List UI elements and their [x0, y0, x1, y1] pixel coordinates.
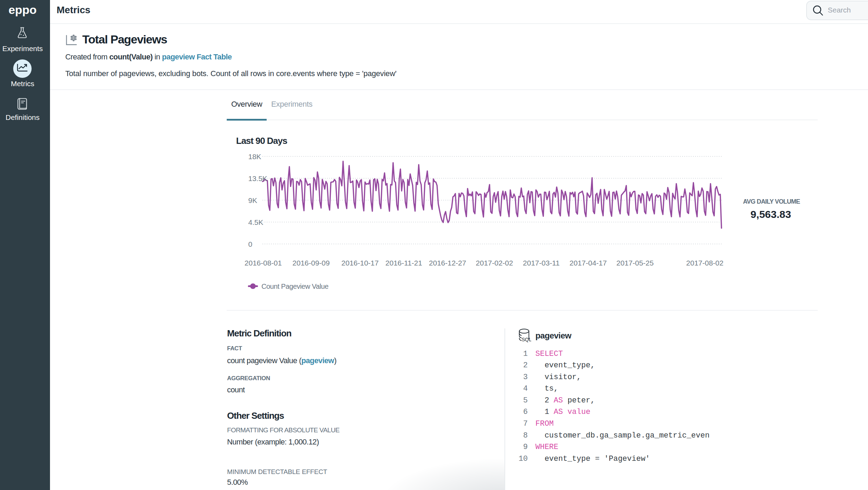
- svg-text:SQL: SQL: [521, 337, 531, 342]
